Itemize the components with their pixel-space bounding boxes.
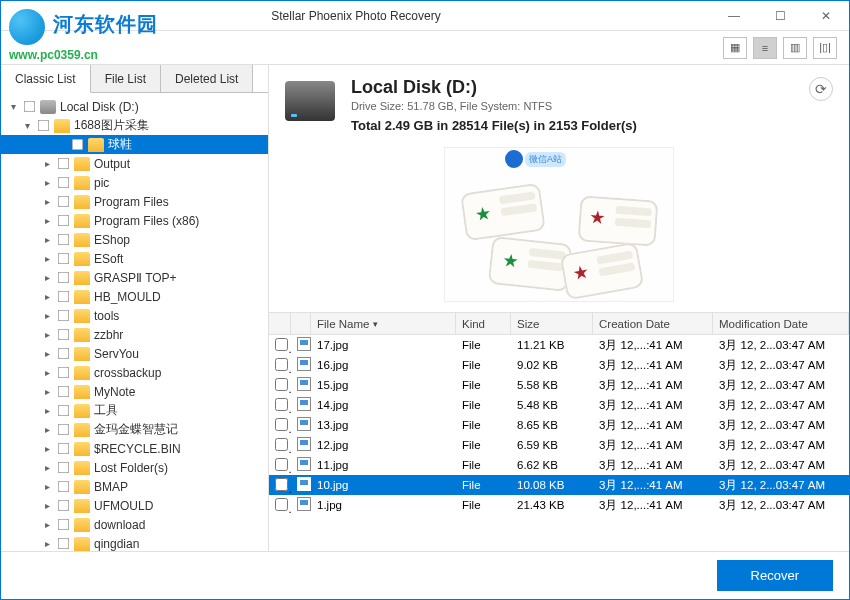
table-row[interactable]: 11.jpgFile6.62 KB3月 12,...:41 AM3月 12, 2…: [269, 455, 849, 475]
expand-icon[interactable]: ▸: [41, 291, 53, 302]
expand-icon[interactable]: ▸: [41, 405, 53, 416]
tree-item[interactable]: ▸GRASPⅡ TOP+: [1, 268, 268, 287]
tree-item[interactable]: ▸金玛金蝶智慧记: [1, 420, 268, 439]
tree-item[interactable]: ▾ 1688图片采集: [1, 116, 268, 135]
col-creation[interactable]: Creation Date: [593, 313, 713, 334]
expand-icon[interactable]: ▸: [41, 272, 53, 283]
table-row[interactable]: 16.jpgFile9.02 KB3月 12,...:41 AM3月 12, 2…: [269, 355, 849, 375]
tree-root[interactable]: ▾ Local Disk (D:): [1, 97, 268, 116]
tree-checkbox[interactable]: [58, 158, 70, 170]
collapse-icon[interactable]: ▾: [7, 101, 19, 112]
maximize-button[interactable]: ☐: [757, 1, 803, 31]
folder-tree[interactable]: ▾ Local Disk (D:) ▾ 1688图片采集 球鞋 ▸Output▸…: [1, 93, 268, 551]
expand-icon[interactable]: ▸: [41, 234, 53, 245]
row-checkbox[interactable]: [275, 418, 288, 431]
collapse-icon[interactable]: ▾: [21, 120, 33, 131]
tab-classic-list[interactable]: Classic List: [1, 65, 91, 93]
expand-icon[interactable]: ▸: [41, 329, 53, 340]
col-modification[interactable]: Modification Date: [713, 313, 849, 334]
tree-item-selected[interactable]: 球鞋: [1, 135, 268, 154]
close-button[interactable]: ✕: [803, 1, 849, 31]
col-size[interactable]: Size: [511, 313, 593, 334]
table-row[interactable]: 13.jpgFile8.65 KB3月 12,...:41 AM3月 12, 2…: [269, 415, 849, 435]
tree-checkbox[interactable]: [72, 139, 84, 151]
expand-icon[interactable]: ▸: [41, 462, 53, 473]
expand-icon[interactable]: ▸: [41, 367, 53, 378]
tree-checkbox[interactable]: [58, 405, 70, 417]
tree-item[interactable]: ▸工具: [1, 401, 268, 420]
tree-checkbox[interactable]: [58, 272, 70, 284]
minimize-button[interactable]: —: [711, 1, 757, 31]
expand-icon[interactable]: ▸: [41, 386, 53, 397]
view-list-icon[interactable]: ≡: [753, 37, 777, 59]
table-row[interactable]: 12.jpgFile6.59 KB3月 12,...:41 AM3月 12, 2…: [269, 435, 849, 455]
view-columns-icon[interactable]: ▥: [783, 37, 807, 59]
expand-icon[interactable]: ▸: [41, 348, 53, 359]
tab-deleted-list[interactable]: Deleted List: [161, 65, 253, 92]
tree-item[interactable]: ▸ESoft: [1, 249, 268, 268]
tree-checkbox[interactable]: [58, 462, 70, 474]
tree-item[interactable]: ▸download: [1, 515, 268, 534]
tree-checkbox[interactable]: [58, 253, 70, 265]
tree-checkbox[interactable]: [58, 196, 70, 208]
view-grid-icon[interactable]: ▦: [723, 37, 747, 59]
table-row[interactable]: 15.jpgFile5.58 KB3月 12,...:41 AM3月 12, 2…: [269, 375, 849, 395]
tree-checkbox[interactable]: [58, 443, 70, 455]
tree-checkbox[interactable]: [58, 215, 70, 227]
tree-item[interactable]: ▸EShop: [1, 230, 268, 249]
row-checkbox[interactable]: [275, 378, 288, 391]
tree-checkbox[interactable]: [58, 291, 70, 303]
tree-item[interactable]: ▸zzbhr: [1, 325, 268, 344]
row-checkbox[interactable]: [275, 338, 288, 351]
tree-item[interactable]: ▸Program Files: [1, 192, 268, 211]
tree-item[interactable]: ▸HB_MOULD: [1, 287, 268, 306]
row-checkbox[interactable]: [275, 398, 288, 411]
tree-item[interactable]: ▸Lost Folder(s): [1, 458, 268, 477]
col-kind[interactable]: Kind: [456, 313, 511, 334]
tree-item[interactable]: ▸pic: [1, 173, 268, 192]
expand-icon[interactable]: ▸: [41, 500, 53, 511]
row-checkbox[interactable]: [275, 498, 288, 511]
tree-item[interactable]: ▸BMAP: [1, 477, 268, 496]
tree-checkbox[interactable]: [58, 177, 70, 189]
tree-item[interactable]: ▸Output: [1, 154, 268, 173]
tree-checkbox[interactable]: [58, 424, 70, 436]
table-row[interactable]: 14.jpgFile5.48 KB3月 12,...:41 AM3月 12, 2…: [269, 395, 849, 415]
col-name[interactable]: File Name▾: [311, 313, 456, 334]
expand-icon[interactable]: ▸: [41, 215, 53, 226]
tree-checkbox[interactable]: [58, 348, 70, 360]
tree-checkbox[interactable]: [58, 329, 70, 341]
tree-item[interactable]: ▸qingdian: [1, 534, 268, 551]
table-row[interactable]: 1.jpgFile21.43 KB3月 12,...:41 AM3月 12, 2…: [269, 495, 849, 515]
tree-checkbox[interactable]: [58, 481, 70, 493]
tree-checkbox[interactable]: [24, 101, 36, 113]
tree-checkbox[interactable]: [58, 519, 70, 531]
tree-item[interactable]: ▸ServYou: [1, 344, 268, 363]
view-detail-icon[interactable]: |▯|: [813, 37, 837, 59]
table-row[interactable]: 10.jpgFile10.08 KB3月 12,...:41 AM3月 12, …: [269, 475, 849, 495]
tree-checkbox[interactable]: [58, 538, 70, 550]
expand-icon[interactable]: ▸: [41, 158, 53, 169]
tree-item[interactable]: ▸$RECYCLE.BIN: [1, 439, 268, 458]
row-checkbox[interactable]: [275, 358, 288, 371]
expand-icon[interactable]: ▸: [41, 196, 53, 207]
expand-icon[interactable]: ▸: [41, 538, 53, 549]
refresh-button[interactable]: ⟳: [809, 77, 833, 101]
tree-checkbox[interactable]: [58, 367, 70, 379]
tree-checkbox[interactable]: [38, 120, 50, 132]
table-row[interactable]: 17.jpgFile11.21 KB3月 12,...:41 AM3月 12, …: [269, 335, 849, 355]
row-checkbox[interactable]: [275, 478, 288, 491]
tree-item[interactable]: ▸MyNote: [1, 382, 268, 401]
expand-icon[interactable]: ▸: [41, 443, 53, 454]
tree-item[interactable]: ▸Program Files (x86): [1, 211, 268, 230]
recover-button[interactable]: Recover: [717, 560, 833, 591]
tree-checkbox[interactable]: [58, 386, 70, 398]
expand-icon[interactable]: ▸: [41, 424, 53, 435]
tree-item[interactable]: ▸crossbackup: [1, 363, 268, 382]
row-checkbox[interactable]: [275, 458, 288, 471]
expand-icon[interactable]: ▸: [41, 253, 53, 264]
row-checkbox[interactable]: [275, 438, 288, 451]
tree-item[interactable]: ▸tools: [1, 306, 268, 325]
tree-item[interactable]: ▸UFMOULD: [1, 496, 268, 515]
tab-file-list[interactable]: File List: [91, 65, 161, 92]
